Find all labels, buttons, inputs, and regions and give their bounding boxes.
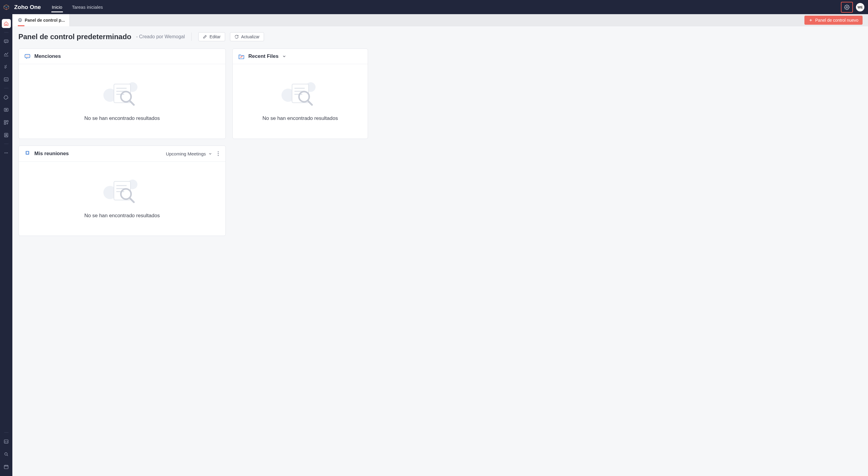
files-icon xyxy=(238,53,245,60)
svg-point-20 xyxy=(26,56,27,56)
svg-point-14 xyxy=(7,153,8,153)
svg-point-16 xyxy=(5,452,7,455)
refresh-icon xyxy=(235,35,239,39)
edit-label: Editar xyxy=(210,34,221,39)
sidebar-code-icon[interactable] xyxy=(2,437,11,446)
svg-point-21 xyxy=(27,56,28,56)
svg-rect-15 xyxy=(4,440,8,443)
widget-mentions-title: Menciones xyxy=(34,53,61,59)
svg-line-38 xyxy=(308,101,312,105)
title-bar: Panel de control predeterminado - Creado… xyxy=(12,26,868,43)
widget-my-meetings-header: Mis reuniones Upcoming Meetings xyxy=(19,146,225,162)
sidebar-contact-icon[interactable] xyxy=(2,130,11,139)
widget-recent-files-title: Recent Files xyxy=(248,53,278,59)
widget-recent-files-header: Recent Files xyxy=(233,49,368,64)
sidebar-reports-icon[interactable] xyxy=(2,75,11,84)
meetings-filter-dropdown[interactable]: Upcoming Meetings xyxy=(166,151,212,156)
tab-inicio[interactable]: Inicio xyxy=(47,0,67,14)
svg-point-13 xyxy=(6,153,7,153)
widget-my-meetings-body: No se han encontrado resultados xyxy=(19,162,225,235)
svg-point-0 xyxy=(846,6,848,8)
svg-line-49 xyxy=(130,198,134,202)
widget-my-meetings-title: Mis reuniones xyxy=(34,151,69,157)
sidebar-checklist-icon[interactable] xyxy=(2,62,11,71)
svg-point-22 xyxy=(28,56,29,56)
sub-header: Panel de control p... Panel de control n… xyxy=(12,14,868,26)
sidebar-widget-icon[interactable] xyxy=(2,118,11,127)
page-area: Panel de control p... Panel de control n… xyxy=(12,14,868,476)
meetings-kebab-menu[interactable] xyxy=(216,150,220,157)
byline: - Creado por Wemogal xyxy=(136,34,185,39)
meetings-icon xyxy=(24,150,31,157)
svg-point-11 xyxy=(5,134,7,135)
svg-point-39 xyxy=(218,151,218,152)
sidebar-analytics-icon[interactable] xyxy=(2,50,11,58)
sidebar-play-icon[interactable] xyxy=(2,105,11,114)
page-title: Panel de control predeterminado xyxy=(19,33,131,41)
globe-icon xyxy=(18,18,22,22)
svg-rect-17 xyxy=(4,465,8,469)
widget-mentions-empty: No se han encontrado resultados xyxy=(84,116,160,121)
svg-point-41 xyxy=(218,155,218,156)
zoho-logo-icon xyxy=(0,4,12,10)
svg-rect-8 xyxy=(7,121,8,122)
recent-files-dropdown[interactable] xyxy=(282,54,286,58)
sidebar-more-icon[interactable] xyxy=(2,148,11,157)
widget-mentions-header: Menciones xyxy=(19,49,225,64)
mentions-icon xyxy=(24,53,31,60)
widget-recent-files-body: No se han encontrado resultados xyxy=(233,64,368,138)
empty-illustration-icon xyxy=(281,78,320,109)
chevron-down-icon xyxy=(208,152,212,156)
plus-icon xyxy=(809,18,813,22)
user-avatar[interactable]: WE xyxy=(856,3,864,11)
sidebar-home-icon[interactable] xyxy=(2,19,11,28)
widget-mentions: Menciones No se han encontrado res xyxy=(19,49,226,139)
sidebar-chat-icon[interactable] xyxy=(2,37,11,46)
settings-button-highlight xyxy=(841,2,853,13)
dashboard-tab-label: Panel de control p... xyxy=(25,18,65,23)
widget-recent-files-empty: No se han encontrado resultados xyxy=(262,116,338,121)
empty-illustration-icon xyxy=(102,176,142,206)
pencil-icon xyxy=(203,35,207,39)
brand-title: Zoho One xyxy=(12,4,47,10)
meetings-filter-label: Upcoming Meetings xyxy=(166,151,206,156)
widget-grid: Menciones No se han encontrado res xyxy=(12,43,868,248)
sidebar-search-icon[interactable] xyxy=(2,449,11,458)
top-bar: Zoho One Inicio Tareas iniciales WE xyxy=(0,0,868,14)
dashboard-tab[interactable]: Panel de control p... xyxy=(12,14,70,26)
sidebar-calendar-icon[interactable] xyxy=(2,462,11,471)
widget-my-meetings-empty: No se han encontrado resultados xyxy=(84,213,160,219)
sidebar-puzzle-icon[interactable] xyxy=(2,93,11,101)
svg-rect-7 xyxy=(4,121,6,122)
empty-illustration-icon xyxy=(102,78,142,109)
refresh-button[interactable]: Actualizar xyxy=(230,32,264,41)
widget-my-meetings: Mis reuniones Upcoming Meetings xyxy=(19,146,226,236)
svg-point-40 xyxy=(218,153,218,154)
left-sidebar xyxy=(0,14,12,476)
refresh-label: Actualizar xyxy=(241,34,259,39)
tab-tareas-iniciales[interactable]: Tareas iniciales xyxy=(67,0,108,14)
divider xyxy=(191,33,192,41)
svg-line-30 xyxy=(130,101,134,105)
top-tabs: Inicio Tareas iniciales xyxy=(47,0,108,14)
edit-button[interactable]: Editar xyxy=(198,32,225,41)
svg-point-12 xyxy=(4,153,5,153)
new-dashboard-label: Panel de control nuevo xyxy=(815,18,858,23)
widget-mentions-body: No se han encontrado resultados xyxy=(19,64,225,138)
svg-point-2 xyxy=(5,41,5,41)
settings-button[interactable] xyxy=(844,4,849,10)
new-dashboard-button[interactable]: Panel de control nuevo xyxy=(804,16,863,25)
svg-point-3 xyxy=(6,41,6,41)
svg-rect-9 xyxy=(4,123,6,124)
widget-recent-files: Recent Files xyxy=(232,49,368,139)
